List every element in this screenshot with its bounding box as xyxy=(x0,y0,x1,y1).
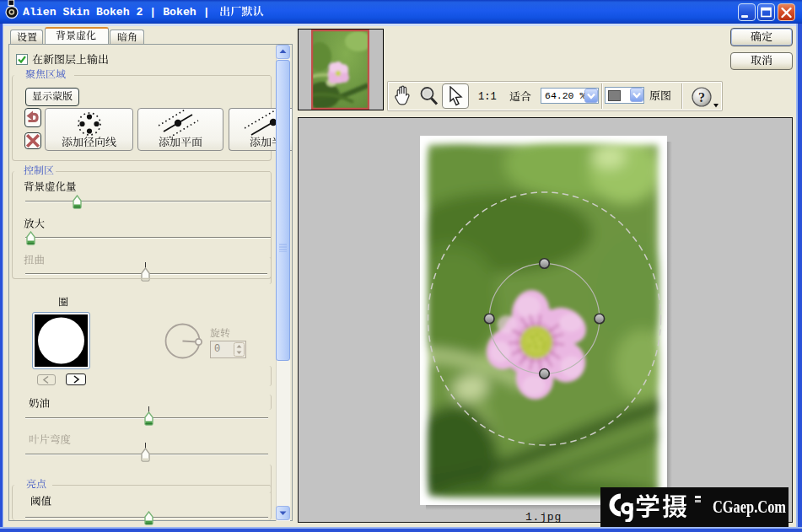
svg-text:?: ? xyxy=(698,90,705,105)
